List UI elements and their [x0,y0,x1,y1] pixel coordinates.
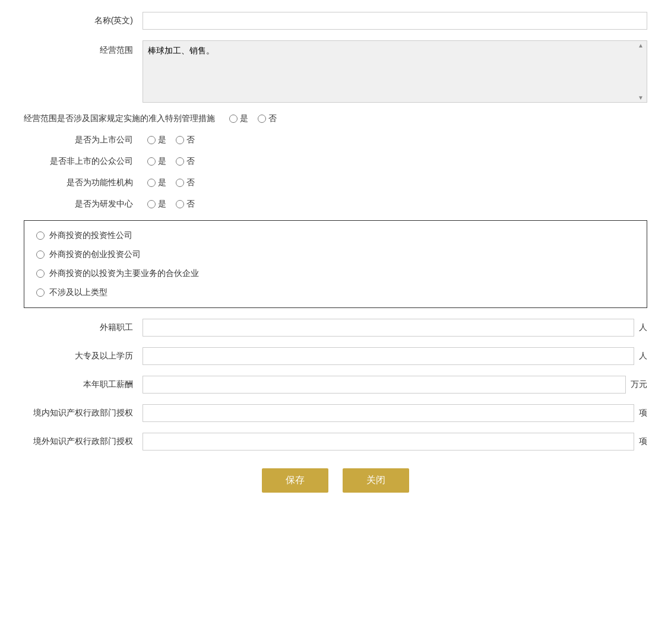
domestic-ip-unit: 项 [634,408,647,418]
functional-no-label: 否 [186,177,195,188]
public-unlisted-yes-label: 是 [158,156,166,167]
education-row: 大专及以上学历 人 [24,347,647,365]
functional-yes-label: 是 [158,177,166,188]
public-unlisted-radio-group: 是 否 [143,156,195,167]
education-unit: 人 [634,351,647,361]
invest-option-3-row: 外商投资的以投资为主要业务的合伙企业 [36,268,635,279]
functional-radio-group: 是 否 [143,177,195,188]
rd-yes[interactable]: 是 [147,199,166,210]
foreign-staff-unit: 人 [634,322,647,333]
foreign-ip-row: 境外知识产权行政部门授权 项 [24,433,647,451]
scope-special-label: 经营范围是否涉及国家规定实施的准入特别管理措施 [24,113,224,124]
rd-no-label: 否 [186,199,195,210]
salary-unit: 万元 [626,379,647,390]
domestic-ip-label: 境内知识产权行政部门授权 [24,408,143,418]
invest-option-2-row: 外商投资的创业投资公司 [36,249,635,260]
save-button[interactable]: 保存 [262,468,328,493]
listed-radio-group: 是 否 [143,135,195,145]
rd-yes-label: 是 [158,199,166,210]
invest-option-1-row: 外商投资的投资性公司 [36,230,635,241]
invest-option-4-label: 不涉及以上类型 [49,287,107,298]
scope-textarea[interactable]: 棒球加工、销售。 [143,41,647,100]
public-unlisted-label: 是否非上市的公众公司 [24,156,143,167]
button-row: 保存 关闭 [24,468,647,493]
rd-row: 是否为研发中心 是 否 [24,199,647,210]
scroll-up-icon[interactable]: ▲ [638,42,644,49]
domestic-ip-row: 境内知识产权行政部门授权 项 [24,404,647,422]
invest-option-1-label: 外商投资的投资性公司 [49,230,132,241]
rd-no[interactable]: 否 [176,199,195,210]
scope-special-no[interactable]: 否 [258,113,277,124]
scope-textarea-wrapper: 棒球加工、销售。 ▲ ▼ [143,40,647,103]
rd-label: 是否为研发中心 [24,199,143,210]
listed-label: 是否为上市公司 [24,135,143,145]
functional-yes[interactable]: 是 [147,177,166,188]
foreign-staff-label: 外籍职工 [24,322,143,333]
invest-option-4-radio[interactable] [36,288,45,297]
public-unlisted-no-label: 否 [186,156,195,167]
close-button[interactable]: 关闭 [343,468,409,493]
foreign-staff-row: 外籍职工 人 [24,319,647,337]
scope-special-yes-label: 是 [240,113,248,124]
name-en-row: 名称(英文) [24,12,647,30]
foreign-ip-label: 境外知识产权行政部门授权 [24,436,143,447]
invest-option-3-radio[interactable] [36,269,45,278]
education-label: 大专及以上学历 [24,351,143,361]
foreign-staff-input[interactable] [143,319,634,337]
education-input[interactable] [143,347,634,365]
public-unlisted-no[interactable]: 否 [176,156,195,167]
scope-special-row: 经营范围是否涉及国家规定实施的准入特别管理措施 是 否 [24,113,647,124]
scope-special-yes[interactable]: 是 [229,113,248,124]
salary-row: 本年职工薪酬 万元 [24,376,647,394]
functional-no[interactable]: 否 [176,177,195,188]
domestic-ip-input[interactable] [143,404,634,422]
investment-type-box: 外商投资的投资性公司 外商投资的创业投资公司 外商投资的以投资为主要业务的合伙企… [24,220,647,308]
name-en-label: 名称(英文) [24,15,143,26]
invest-option-2-radio[interactable] [36,250,45,259]
listed-row: 是否为上市公司 是 否 [24,135,647,145]
functional-row: 是否为功能性机构 是 否 [24,177,647,188]
scroll-down-icon[interactable]: ▼ [638,94,644,101]
functional-label: 是否为功能性机构 [24,177,143,188]
public-unlisted-yes[interactable]: 是 [147,156,166,167]
scope-row: 经营范围 棒球加工、销售。 ▲ ▼ [24,40,647,103]
public-unlisted-row: 是否非上市的公众公司 是 否 [24,156,647,167]
invest-option-1-radio[interactable] [36,231,45,240]
listed-no-label: 否 [186,135,195,145]
invest-option-3-label: 外商投资的以投资为主要业务的合伙企业 [49,268,199,279]
scope-special-radio-group: 是 否 [224,113,277,124]
listed-yes[interactable]: 是 [147,135,166,145]
salary-label: 本年职工薪酬 [24,379,143,390]
name-en-input[interactable] [143,12,647,30]
foreign-ip-unit: 项 [634,436,647,447]
scope-special-no-label: 否 [268,113,277,124]
scope-label: 经营范围 [24,40,143,56]
rd-radio-group: 是 否 [143,199,195,210]
scrollbar: ▲ ▼ [636,42,645,101]
listed-yes-label: 是 [158,135,166,145]
invest-option-4-row: 不涉及以上类型 [36,287,635,298]
listed-no[interactable]: 否 [176,135,195,145]
salary-input[interactable] [143,376,626,394]
foreign-ip-input[interactable] [143,433,634,451]
invest-option-2-label: 外商投资的创业投资公司 [49,249,141,260]
form-container: 名称(英文) 经营范围 棒球加工、销售。 ▲ ▼ 经营范围是否涉及国家规定实施的… [24,12,647,493]
